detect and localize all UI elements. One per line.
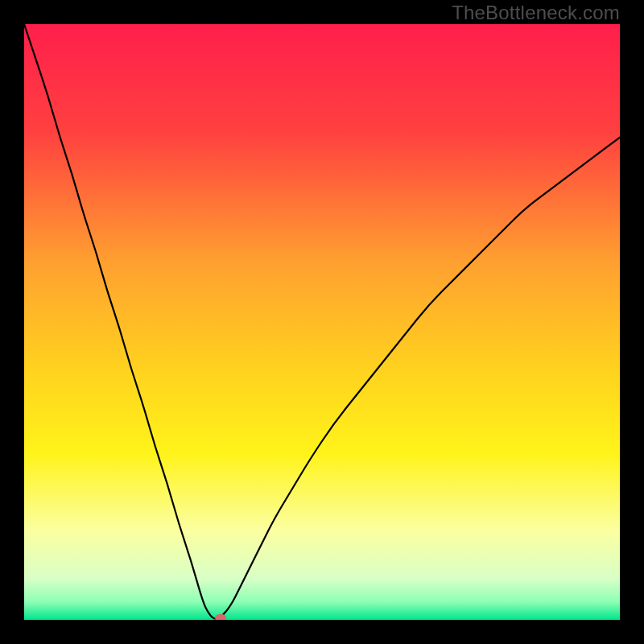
chart-container: TheBottleneck.com bbox=[0, 0, 644, 644]
gradient-background bbox=[24, 24, 620, 620]
chart-svg bbox=[24, 24, 620, 620]
watermark-text: TheBottleneck.com bbox=[452, 2, 620, 24]
plot-area bbox=[24, 24, 620, 620]
